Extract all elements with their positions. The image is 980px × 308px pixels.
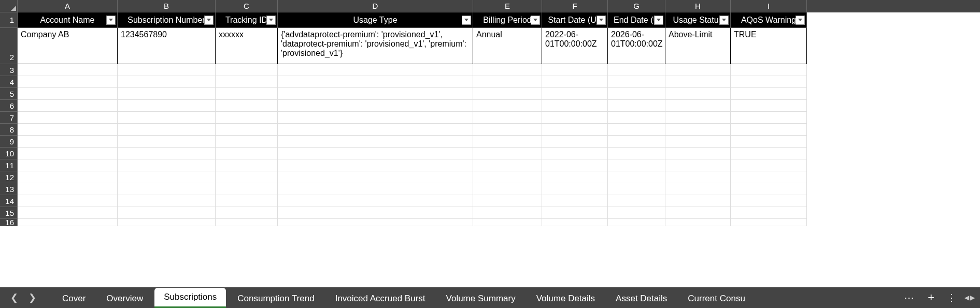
empty-cell[interactable] — [278, 124, 473, 136]
row-header-8[interactable]: 8 — [0, 124, 18, 136]
empty-cell[interactable] — [118, 159, 216, 171]
empty-cell[interactable] — [731, 88, 807, 100]
empty-cell[interactable] — [731, 219, 807, 226]
column-header-F[interactable]: F — [542, 0, 608, 12]
empty-cell[interactable] — [608, 100, 665, 112]
empty-cell[interactable] — [731, 100, 807, 112]
empty-cell[interactable] — [216, 136, 278, 148]
empty-cell[interactable] — [608, 64, 665, 76]
row-header-11[interactable]: 11 — [0, 159, 18, 171]
cell-start-date[interactable]: 2022-06-01T00:00:00Z — [542, 28, 608, 64]
empty-cell[interactable] — [665, 195, 731, 207]
empty-cell[interactable] — [731, 148, 807, 159]
empty-cell[interactable] — [473, 64, 542, 76]
cell-aqos-warning[interactable]: TRUE — [731, 28, 807, 64]
empty-cell[interactable] — [118, 195, 216, 207]
column-header-I[interactable]: I — [731, 0, 807, 12]
empty-cell[interactable] — [278, 76, 473, 88]
empty-cell[interactable] — [731, 76, 807, 88]
empty-cell[interactable] — [216, 207, 278, 219]
column-header-G[interactable]: G — [608, 0, 665, 12]
empty-cell[interactable] — [542, 112, 608, 124]
header-cell-start-date[interactable]: Start Date (UT — [542, 12, 608, 28]
empty-cell[interactable] — [542, 207, 608, 219]
empty-cell[interactable] — [665, 64, 731, 76]
empty-cell[interactable] — [473, 88, 542, 100]
empty-cell[interactable] — [118, 136, 216, 148]
empty-cell[interactable] — [278, 159, 473, 171]
filter-button-account-name[interactable] — [106, 16, 116, 25]
filter-button-usage-type[interactable] — [462, 16, 471, 25]
row-header-5[interactable]: 5 — [0, 88, 18, 100]
empty-cell[interactable] — [18, 195, 118, 207]
empty-cell[interactable] — [542, 124, 608, 136]
empty-cell[interactable] — [608, 195, 665, 207]
empty-cell[interactable] — [731, 207, 807, 219]
empty-cell[interactable] — [473, 124, 542, 136]
empty-cell[interactable] — [608, 219, 665, 226]
cell-account-name[interactable]: Company AB — [18, 28, 118, 64]
filter-button-usage-status[interactable] — [719, 16, 729, 25]
empty-cell[interactable] — [608, 112, 665, 124]
empty-cell[interactable] — [608, 88, 665, 100]
filter-button-end-date[interactable] — [654, 16, 663, 25]
empty-cell[interactable] — [473, 207, 542, 219]
empty-cell[interactable] — [473, 195, 542, 207]
empty-cell[interactable] — [18, 148, 118, 159]
empty-cell[interactable] — [18, 88, 118, 100]
empty-cell[interactable] — [542, 88, 608, 100]
column-header-D[interactable]: D — [278, 0, 473, 12]
row-header-15[interactable]: 15 — [0, 207, 18, 219]
header-cell-usage-status[interactable]: Usage Status — [665, 12, 731, 28]
row-header-16[interactable]: 16 — [0, 219, 18, 226]
empty-cell[interactable] — [608, 136, 665, 148]
empty-cell[interactable] — [731, 64, 807, 76]
empty-cell[interactable] — [542, 171, 608, 183]
cell-usage-status[interactable]: Above-Limit — [665, 28, 731, 64]
row-header-7[interactable]: 7 — [0, 112, 18, 124]
empty-cell[interactable] — [118, 207, 216, 219]
empty-cell[interactable] — [278, 112, 473, 124]
row-header-10[interactable]: 10 — [0, 148, 18, 159]
empty-cell[interactable] — [665, 159, 731, 171]
empty-cell[interactable] — [118, 112, 216, 124]
empty-cell[interactable] — [216, 100, 278, 112]
empty-cell[interactable] — [473, 76, 542, 88]
column-header-H[interactable]: H — [665, 0, 731, 12]
column-header-C[interactable]: C — [216, 0, 278, 12]
row-header-4[interactable]: 4 — [0, 76, 18, 88]
empty-cell[interactable] — [473, 112, 542, 124]
empty-cell[interactable] — [118, 88, 216, 100]
empty-cell[interactable] — [216, 183, 278, 195]
empty-cell[interactable] — [216, 76, 278, 88]
empty-cell[interactable] — [473, 219, 542, 226]
empty-cell[interactable] — [278, 207, 473, 219]
empty-cell[interactable] — [216, 159, 278, 171]
empty-cell[interactable] — [665, 88, 731, 100]
row-header-2[interactable]: 2 — [0, 28, 18, 64]
filter-button-start-date[interactable] — [596, 16, 606, 25]
empty-cell[interactable] — [216, 148, 278, 159]
empty-cell[interactable] — [18, 100, 118, 112]
empty-cell[interactable] — [18, 183, 118, 195]
empty-cell[interactable] — [665, 183, 731, 195]
row-header-1[interactable]: 1 — [0, 12, 18, 28]
cell-end-date[interactable]: 2026-06-01T00:00:00Z — [608, 28, 665, 64]
row-header-3[interactable]: 3 — [0, 64, 18, 76]
cell-subscription-number[interactable]: 1234567890 — [118, 28, 216, 64]
empty-cell[interactable] — [18, 219, 118, 226]
empty-cell[interactable] — [18, 136, 118, 148]
empty-cell[interactable] — [665, 136, 731, 148]
header-cell-billing-period[interactable]: Billing Period — [473, 12, 542, 28]
empty-cell[interactable] — [278, 171, 473, 183]
empty-cell[interactable] — [542, 183, 608, 195]
empty-cell[interactable] — [665, 100, 731, 112]
empty-cell[interactable] — [731, 159, 807, 171]
empty-cell[interactable] — [473, 183, 542, 195]
empty-cell[interactable] — [731, 183, 807, 195]
empty-cell[interactable] — [216, 64, 278, 76]
empty-cell[interactable] — [731, 136, 807, 148]
empty-cell[interactable] — [278, 100, 473, 112]
empty-cell[interactable] — [278, 64, 473, 76]
empty-cell[interactable] — [665, 219, 731, 226]
